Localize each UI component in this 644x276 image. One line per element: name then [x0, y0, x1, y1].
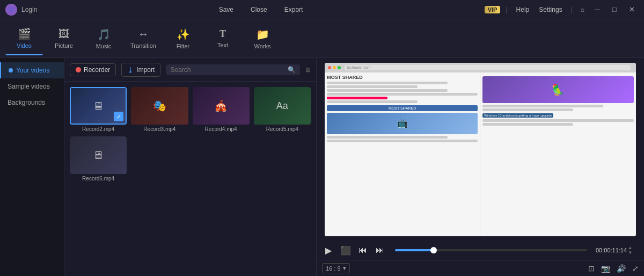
- prev-frame-button[interactable]: ⏮: [356, 245, 369, 255]
- preview-icons: ⊡ 📷 🔊 ⤢: [588, 264, 639, 273]
- media-thumb-rec2[interactable]: 🖥 ✓ Record2.mp4: [70, 87, 127, 132]
- stop-button[interactable]: ⬛: [339, 245, 352, 256]
- thumb-img-rec4: 🎪: [193, 87, 250, 125]
- browser-content: MOST SHARED MOST SHARED 📺: [325, 72, 636, 236]
- app-avatar: [5, 4, 17, 16]
- media-thumb-rec6[interactable]: 🖥 Record6.mp4: [70, 136, 127, 181]
- filter-label: Filter: [177, 43, 189, 49]
- text-icon: T: [219, 28, 226, 40]
- toolbar-transition[interactable]: ↔ Transition: [125, 22, 162, 55]
- backgrounds-label: Backgrounds: [8, 99, 45, 106]
- browser-dot-min: [333, 66, 336, 69]
- toolbar-music[interactable]: 🎵 Music: [85, 22, 122, 55]
- play-button[interactable]: ▶: [322, 245, 335, 256]
- media-panel: Recorder ⤓ Import 🔍 ⊞ 🖥 ✓ Record2.mp4: [64, 58, 317, 276]
- browser-screenshot: techradar.com MOST SHARED MOST: [325, 63, 636, 236]
- time-track[interactable]: [395, 249, 587, 251]
- aspect-ratio-value: 16 : 9: [326, 265, 341, 272]
- preview-video: techradar.com MOST SHARED MOST: [317, 58, 644, 241]
- selected-check-icon: ✓: [114, 112, 123, 121]
- media-thumb-rec3[interactable]: 🎭 Record3.mp4: [131, 87, 188, 132]
- time-arrows: ▲ ▼: [628, 246, 632, 255]
- browser-topbar: techradar.com: [325, 63, 636, 72]
- time-track-fill: [395, 249, 434, 251]
- aspect-ratio-selector[interactable]: 16 : 9 ▾: [322, 263, 350, 273]
- active-indicator: [9, 68, 13, 72]
- toolbar-filter[interactable]: ✨ Filter: [164, 22, 202, 55]
- title-bar: Login Save Close Export VIP | Help Setti…: [0, 0, 644, 19]
- media-grid: 🖥 ✓ Record2.mp4 🎭 Record3.mp4 🎪 Record4.…: [64, 82, 316, 276]
- toolbar-text[interactable]: T Text: [204, 22, 241, 55]
- search-box: 🔍: [166, 64, 300, 75]
- window-close-button[interactable]: ✕: [625, 4, 639, 15]
- minimize-button[interactable]: ─: [590, 4, 604, 15]
- music-label: Music: [96, 43, 112, 49]
- sort-icon[interactable]: ⊞: [305, 66, 311, 74]
- sample-videos-label: Sample videos: [8, 83, 50, 90]
- import-button[interactable]: ⤓ Import: [121, 63, 160, 77]
- preview-frame: techradar.com MOST SHARED MOST: [317, 58, 644, 241]
- import-icon: ⤓: [127, 66, 134, 74]
- export-button[interactable]: Export: [281, 5, 306, 14]
- picture-icon: 🖼: [58, 28, 69, 40]
- rec-dot-icon: [76, 67, 81, 72]
- chevron-down-icon: ▾: [343, 265, 346, 272]
- filter-icon: ✨: [177, 28, 190, 41]
- title-bar-right: VIP | Help Settings | ⌂ ─ □ ✕: [485, 4, 639, 15]
- search-icon: 🔍: [288, 66, 296, 74]
- thumb-label-rec6: Record6.mp4: [70, 176, 127, 181]
- media-thumb-rec5[interactable]: Aa Record5.mp4: [254, 87, 311, 132]
- nav-sample-videos[interactable]: Sample videos: [0, 78, 64, 95]
- home-icon[interactable]: ⌂: [578, 5, 587, 14]
- save-button[interactable]: Save: [216, 5, 237, 14]
- toolbar-picture[interactable]: 🖼 Picture: [45, 22, 83, 55]
- next-frame-button[interactable]: ⏭: [374, 245, 386, 255]
- title-bar-left: Login: [5, 4, 37, 16]
- main-toolbar: 🎬 Video 🖼 Picture 🎵 Music ↔ Transition ✨…: [0, 19, 644, 58]
- search-input[interactable]: [170, 66, 288, 74]
- thumb-img-rec6: 🖥: [70, 136, 127, 174]
- video-icon: 🎬: [18, 27, 31, 40]
- music-icon: 🎵: [97, 28, 111, 41]
- thumb-img-rec2: 🖥 ✓: [70, 87, 127, 125]
- title-bar-center: Save Close Export: [37, 5, 484, 14]
- thumb-img-rec3: 🎭: [131, 87, 188, 125]
- settings-button[interactable]: Settings: [536, 5, 565, 14]
- thumb-img-rec5: Aa: [254, 87, 311, 125]
- current-time: 00:00:11:14: [596, 247, 627, 253]
- nav-backgrounds[interactable]: Backgrounds: [0, 95, 64, 111]
- works-icon: 📁: [256, 28, 269, 41]
- preview-controls: ▶ ⬛ ⏮ ⏭ 00:00:11:14 ▲ ▼: [317, 241, 644, 260]
- picture-label: Picture: [55, 42, 73, 49]
- browser-dot-close: [328, 66, 331, 69]
- time-handle[interactable]: [430, 247, 437, 253]
- toolbar-video[interactable]: 🎬 Video: [5, 22, 43, 55]
- maximize-button[interactable]: □: [608, 4, 621, 15]
- close-button[interactable]: Close: [247, 5, 270, 14]
- preview-area: techradar.com MOST SHARED MOST: [317, 58, 644, 276]
- thumb-label-rec2: Record2.mp4: [70, 126, 127, 132]
- time-up-arrow[interactable]: ▲: [628, 246, 632, 250]
- help-button[interactable]: Help: [513, 5, 533, 14]
- media-toolbar: Recorder ⤓ Import 🔍 ⊞: [64, 58, 316, 82]
- works-label: Works: [254, 43, 271, 49]
- thumb-label-rec4: Record4.mp4: [193, 126, 250, 132]
- recorder-button[interactable]: Recorder: [70, 63, 116, 76]
- time-display: 00:00:11:14 ▲ ▼: [596, 246, 639, 255]
- preview-screenshot-icon[interactable]: ⊡: [588, 264, 595, 273]
- video-label: Video: [17, 42, 32, 49]
- time-down-arrow[interactable]: ▼: [628, 251, 632, 255]
- toolbar-works[interactable]: 📁 Works: [244, 22, 281, 55]
- preview-camera-icon[interactable]: 📷: [601, 264, 610, 273]
- preview-fullscreen-icon[interactable]: ⤢: [632, 264, 639, 273]
- preview-sound-icon[interactable]: 🔊: [617, 264, 626, 273]
- text-label: Text: [217, 42, 228, 48]
- vip-badge[interactable]: VIP: [485, 6, 501, 13]
- your-videos-label: Your videos: [16, 67, 49, 74]
- left-panel: Your videos Sample videos Backgrounds: [0, 58, 64, 276]
- transition-label: Transition: [130, 42, 156, 49]
- nav-your-videos[interactable]: Your videos: [0, 62, 64, 78]
- media-thumb-rec4[interactable]: 🎪 Record4.mp4: [193, 87, 250, 132]
- transition-icon: ↔: [138, 28, 149, 40]
- thumb-label-rec3: Record3.mp4: [131, 126, 188, 132]
